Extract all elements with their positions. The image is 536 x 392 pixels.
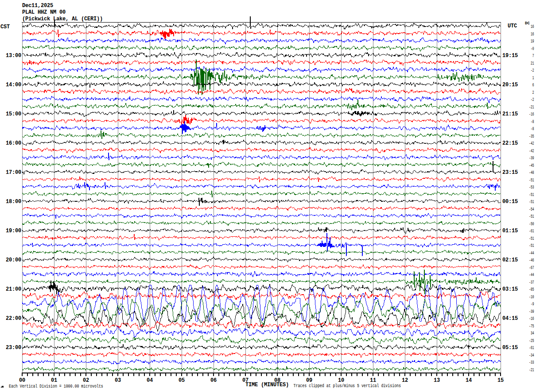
svg-text:05:15: 05:15 (502, 345, 518, 351)
svg-text:-10: -10 (529, 294, 534, 300)
svg-text:04: 04 (147, 377, 153, 384)
svg-text:-2: -2 (531, 68, 534, 73)
svg-text:PLAL HHZ NM 00: PLAL HHZ NM 00 (22, 9, 66, 15)
svg-text:2: 2 (532, 90, 534, 95)
svg-text:-42: -42 (529, 141, 534, 146)
svg-text:23:15: 23:15 (502, 169, 518, 176)
svg-text:-51: -51 (529, 177, 534, 183)
svg-text:-42: -42 (529, 148, 534, 154)
svg-text:-51: -51 (529, 200, 534, 205)
svg-text:01: 01 (51, 377, 57, 384)
svg-text:22:00: 22:00 (6, 315, 21, 322)
svg-text:7: 7 (532, 54, 534, 59)
svg-text:14:00: 14:00 (6, 82, 21, 88)
svg-text:6: 6 (532, 83, 534, 88)
svg-text:19: 19 (531, 39, 534, 44)
svg-text:21: 21 (531, 61, 534, 66)
svg-text:23:00: 23:00 (6, 345, 21, 351)
svg-text:03: 03 (115, 377, 121, 384)
svg-text:01:15: 01:15 (502, 228, 518, 234)
svg-text:17:00: 17:00 (6, 169, 21, 176)
svg-text:02:15: 02:15 (502, 257, 518, 263)
svg-text:21:15: 21:15 (502, 111, 518, 117)
svg-text:-39: -39 (529, 309, 534, 314)
svg-text:20:15: 20:15 (502, 82, 518, 88)
svg-text:-54: -54 (529, 207, 534, 212)
svg-text:21:00: 21:00 (6, 286, 21, 292)
svg-text:-34: -34 (529, 353, 534, 358)
svg-text:02: 02 (83, 377, 89, 384)
svg-text:-53: -53 (529, 185, 534, 190)
svg-text:13:00: 13:00 (6, 53, 21, 59)
svg-text:04:15: 04:15 (502, 315, 518, 322)
svg-text:-50: -50 (529, 221, 534, 227)
svg-text:-21: -21 (529, 367, 534, 373)
svg-text:-16: -16 (529, 316, 534, 322)
svg-text:(Pickwick Lake, AL (CERI)): (Pickwick Lake, AL (CERI)) (22, 16, 103, 22)
svg-text:-35: -35 (529, 134, 534, 139)
svg-text:12: 12 (402, 377, 408, 384)
svg-text:Dec11,2025: Dec11,2025 (22, 3, 53, 9)
svg-text:-61: -61 (529, 229, 534, 234)
svg-text:15: 15 (497, 377, 504, 384)
svg-text:11: 11 (370, 377, 376, 384)
svg-text:-21: -21 (529, 104, 534, 110)
svg-text:-46: -46 (529, 258, 534, 263)
svg-text:15:00: 15:00 (6, 111, 21, 117)
svg-text:20:00: 20:00 (6, 257, 21, 263)
svg-text:13: 13 (434, 377, 440, 384)
svg-text:Traces clipped at plus/minus 5: Traces clipped at plus/minus 5 vertical … (294, 383, 401, 388)
svg-text:10: 10 (338, 377, 344, 384)
svg-text:-8: -8 (531, 119, 534, 124)
svg-text:-85: -85 (529, 287, 534, 292)
svg-text:-44: -44 (529, 250, 534, 256)
svg-text:16: 16 (531, 24, 534, 30)
svg-text:05: 05 (179, 377, 185, 384)
svg-text:16:00: 16:00 (6, 140, 21, 146)
svg-text:-51: -51 (529, 243, 534, 249)
svg-text:-16: -16 (529, 112, 534, 117)
svg-text:-39: -39 (529, 156, 534, 161)
svg-text:-51: -51 (529, 236, 534, 241)
svg-text:19:00: 19:00 (6, 228, 21, 234)
svg-text:-33: -33 (529, 360, 534, 365)
svg-text:09: 09 (306, 377, 312, 384)
svg-text:22:15: 22:15 (502, 140, 518, 146)
svg-text:UTC: UTC (508, 23, 517, 29)
svg-text:-75: -75 (529, 323, 534, 329)
svg-text:00:15: 00:15 (502, 199, 518, 205)
svg-text:Each Vertical Division = 1000.: Each Vertical Division = 1000.00 microvo… (9, 384, 103, 389)
svg-text:-45: -45 (529, 163, 534, 168)
svg-text:-67: -67 (529, 265, 534, 270)
svg-text:TIME (MINUTES): TIME (MINUTES) (245, 382, 289, 388)
svg-text:-61: -61 (529, 346, 534, 351)
svg-text:-51: -51 (529, 214, 534, 219)
svg-text:-44: -44 (529, 273, 534, 278)
svg-text:19:15: 19:15 (502, 53, 518, 59)
svg-text:-37: -37 (529, 280, 534, 285)
svg-text:03:15: 03:15 (502, 286, 518, 292)
svg-text:06: 06 (210, 377, 217, 384)
svg-text:-25: -25 (529, 338, 534, 343)
svg-text:-9: -9 (531, 302, 534, 307)
svg-text:DC: DC (525, 21, 530, 26)
svg-text:CST: CST (0, 24, 10, 30)
svg-text:18:00: 18:00 (6, 199, 21, 205)
svg-text:34: 34 (531, 331, 534, 336)
svg-text:-48: -48 (529, 170, 534, 176)
svg-text:-51: -51 (529, 192, 534, 197)
svg-text:00: 00 (19, 377, 25, 384)
svg-text:1: 1 (532, 75, 534, 81)
svg-text:-2: -2 (531, 97, 534, 103)
svg-text:-8: -8 (531, 127, 534, 132)
svg-text:14: 14 (466, 377, 472, 384)
svg-text:-0: -0 (531, 46, 534, 51)
svg-text:16: 16 (531, 31, 534, 37)
